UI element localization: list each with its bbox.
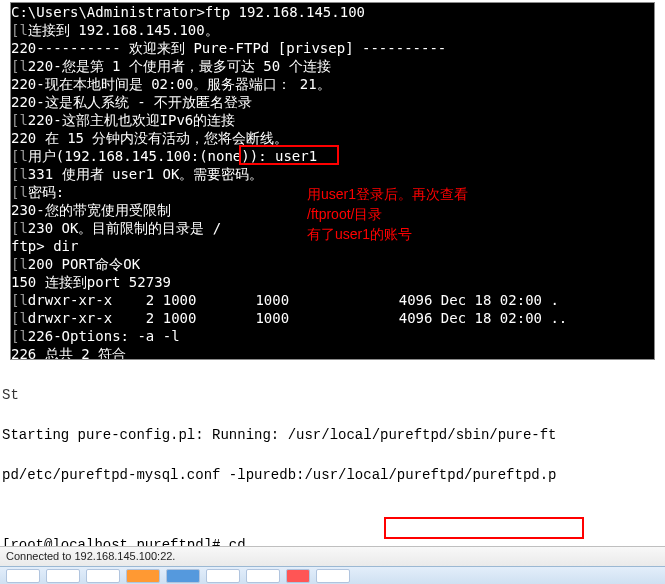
taskbar-button[interactable] bbox=[286, 569, 310, 583]
l226a: 226-Options: -a -l bbox=[28, 328, 180, 344]
taskbar-button[interactable] bbox=[126, 569, 160, 583]
highlight-user-box bbox=[239, 145, 339, 165]
time-line: 220-现在本地时间是 02:00。服务器端口： 21。 bbox=[11, 75, 654, 93]
l150: 150 连接到port 52739 bbox=[11, 273, 654, 291]
taskbar[interactable] bbox=[0, 566, 665, 584]
l230b: 230 OK。目前限制的目录是 / bbox=[28, 220, 221, 236]
taskbar-button[interactable] bbox=[246, 569, 280, 583]
start-line: Starting pure-config.pl: Running: /usr/l… bbox=[2, 425, 665, 445]
annotation-line1: 用user1登录后。再次查看 bbox=[307, 184, 468, 204]
taskbar-button[interactable] bbox=[6, 569, 40, 583]
user-prompt: 用户(192.168.145.100:(none)): bbox=[28, 148, 267, 164]
taskbar-button[interactable] bbox=[316, 569, 350, 583]
highlight-dir-box bbox=[384, 517, 584, 539]
ipv6-line: 220-这部主机也欢迎IPv6的连接 bbox=[28, 112, 235, 128]
private-line: 220-这是私人系统 - 不开放匿名登录 bbox=[11, 93, 654, 111]
st-prefix: St bbox=[2, 385, 665, 405]
dir-entry-1: drwxr-xr-x 2 1000 1000 4096 Dec 18 02:00… bbox=[28, 292, 559, 308]
taskbar-button[interactable] bbox=[206, 569, 240, 583]
marker: [l bbox=[11, 22, 28, 38]
taskbar-button[interactable] bbox=[86, 569, 120, 583]
ftp-command-window: C:\Users\Administrator>ftp 192.168.145.1… bbox=[10, 2, 655, 360]
l226b: 226 总共 2 符合 bbox=[11, 345, 654, 360]
taskbar-button[interactable] bbox=[46, 569, 80, 583]
users-line: 220-您是第 1 个使用者，最多可达 50 个连接 bbox=[28, 58, 331, 74]
taskbar-button[interactable] bbox=[166, 569, 200, 583]
l331: 331 使用者 user1 OK。需要密码。 bbox=[28, 166, 264, 182]
annotation-line2: /ftproot/目录 bbox=[307, 204, 382, 224]
conn-line: 连接到 192.168.145.100。 bbox=[28, 22, 219, 38]
dir-entry-2: drwxr-xr-x 2 1000 1000 4096 Dec 18 02:00… bbox=[28, 310, 567, 326]
annotation-line3: 有了user1的账号 bbox=[307, 224, 412, 244]
conf-line: pd/etc/pureftpd-mysql.conf -lpuredb:/usr… bbox=[2, 465, 665, 485]
status-text: Connected to 192.168.145.100:22. bbox=[6, 550, 175, 562]
welcome-line: 220---------- 欢迎来到 Pure-FTPd [privsep] -… bbox=[11, 39, 654, 57]
status-bar: Connected to 192.168.145.100:22. bbox=[0, 546, 665, 566]
pass-line: 密码: bbox=[28, 184, 64, 200]
cmd-line: C:\Users\Administrator>ftp 192.168.145.1… bbox=[11, 3, 654, 21]
l200: 200 PORT命令OK bbox=[28, 256, 140, 272]
